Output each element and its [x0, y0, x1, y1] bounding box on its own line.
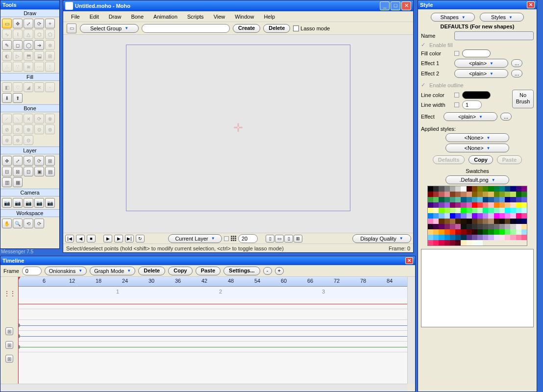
tool-d9[interactable]: ⬒ — [24, 51, 33, 61]
swatch-color[interactable] — [488, 208, 494, 213]
swatch-color[interactable] — [494, 186, 499, 192]
layer-t10[interactable]: ▤ — [45, 167, 55, 176]
swatch-color[interactable] — [521, 224, 527, 229]
menu-file[interactable]: File — [66, 13, 85, 21]
swatch-color[interactable] — [428, 235, 433, 240]
paste-style-button[interactable]: Paste — [497, 155, 522, 164]
fill-t1[interactable]: ◧ — [2, 82, 12, 92]
swatch-color[interactable] — [516, 192, 521, 197]
lasso-mode-label[interactable]: Lasso mode — [293, 25, 330, 31]
swatch-color[interactable] — [505, 202, 510, 208]
layer-t3[interactable]: ⟲ — [24, 156, 33, 166]
fill-t2[interactable]: ♡ — [13, 82, 23, 92]
swatch-color[interactable] — [472, 224, 477, 229]
swatch-color[interactable] — [444, 192, 450, 197]
loop-button[interactable]: ↻ — [136, 235, 145, 243]
swatch-color[interactable] — [488, 219, 494, 224]
onionskins-dropdown[interactable]: Onionskins — [45, 267, 87, 275]
enable-outline-row[interactable]: ✓Enable outline — [421, 82, 534, 88]
swatch-color[interactable] — [494, 208, 499, 213]
swatch-color[interactable] — [472, 186, 477, 192]
timeline-hscroll[interactable] — [0, 384, 407, 392]
tool-d4[interactable]: ⬡ — [34, 29, 44, 39]
bone-t13[interactable]: ⊝ — [24, 135, 33, 145]
swatch-color[interactable] — [450, 219, 455, 224]
defaults-button[interactable]: Defaults — [433, 155, 465, 164]
swatch-color[interactable] — [477, 219, 483, 224]
bone-t11[interactable]: ⊛ — [2, 135, 12, 145]
swatch-color[interactable] — [521, 192, 527, 197]
bone-t3[interactable]: ⤨ — [24, 114, 33, 123]
channel-2-icon[interactable]: ⊞ — [5, 341, 13, 349]
no-brush-button[interactable]: No Brush — [512, 90, 534, 108]
channel-3-icon[interactable]: ⊞ — [5, 355, 13, 363]
swatch-color[interactable] — [483, 219, 488, 224]
swatch-color[interactable] — [494, 229, 499, 235]
zoom-tool[interactable]: 🔍 — [13, 219, 23, 228]
playhead[interactable] — [18, 277, 19, 384]
swatch-color[interactable] — [505, 186, 510, 192]
swatch-color[interactable] — [439, 235, 444, 240]
swatch-color[interactable] — [433, 224, 439, 229]
freehand-tool[interactable]: ✎ — [2, 40, 12, 50]
close-button[interactable]: ✕ — [401, 1, 411, 10]
canvas-area[interactable]: ✛ — [63, 35, 413, 235]
swatch-color[interactable] — [444, 202, 450, 208]
swatch-color[interactable] — [516, 186, 521, 192]
swatch-color[interactable] — [499, 186, 505, 192]
swatch-color[interactable] — [455, 192, 461, 197]
swatch-color[interactable] — [472, 229, 477, 235]
swatch-color[interactable] — [483, 208, 488, 213]
swatch-color[interactable] — [455, 219, 461, 224]
swatch-color[interactable] — [461, 197, 466, 202]
swatch-color[interactable] — [477, 197, 483, 202]
reset-view-tool[interactable]: ⟳ — [34, 219, 44, 228]
swatch-color[interactable] — [467, 235, 472, 240]
swatch-color[interactable] — [439, 202, 444, 208]
swatch-color[interactable] — [455, 229, 461, 235]
swatch-color[interactable] — [467, 192, 472, 197]
effect2-dropdown[interactable]: <plain> — [454, 69, 508, 78]
line-width-chk[interactable] — [454, 102, 459, 107]
layer-t5[interactable]: ⊞ — [45, 156, 55, 166]
select-tool[interactable]: ▭ — [2, 19, 12, 28]
swatch-color[interactable] — [488, 197, 494, 202]
swatch-color[interactable] — [472, 208, 477, 213]
line-effect-more-button[interactable]: ... — [500, 113, 512, 121]
swatch-color[interactable] — [505, 192, 510, 197]
swatch-color[interactable] — [521, 213, 527, 219]
swatch-color[interactable] — [483, 202, 488, 208]
timeline-close-button[interactable]: ✕ — [405, 257, 413, 264]
swatch-color[interactable] — [439, 240, 444, 245]
fill-t6[interactable]: ⬇ — [2, 93, 12, 103]
view-4[interactable]: ⊞ — [294, 235, 302, 243]
applied-style-1[interactable]: <None> — [445, 133, 509, 142]
layer-t2[interactable]: ⤢ — [13, 156, 23, 166]
swatch-color[interactable] — [499, 213, 505, 219]
swatch-color[interactable] — [461, 235, 466, 240]
swatch-color[interactable] — [516, 208, 521, 213]
swatch-color[interactable] — [428, 219, 433, 224]
bone-t8[interactable]: ⊕ — [24, 124, 33, 134]
bone-t1[interactable]: ⟋ — [2, 114, 12, 123]
swatch-color[interactable] — [483, 186, 488, 192]
tool-d2[interactable]: ⌇ — [13, 29, 23, 39]
swatch-color[interactable] — [450, 197, 455, 202]
swatch-color[interactable] — [467, 240, 472, 245]
track-1[interactable] — [18, 298, 415, 309]
swatch-color[interactable] — [510, 186, 516, 192]
menu-view[interactable]: View — [209, 13, 230, 21]
swatch-color[interactable] — [521, 229, 527, 235]
swatch-color[interactable] — [455, 235, 461, 240]
swatch-color[interactable] — [477, 208, 483, 213]
swatch-color[interactable] — [467, 202, 472, 208]
grid-size-input[interactable] — [238, 234, 258, 243]
swatch-color[interactable] — [428, 186, 433, 192]
swatch-color[interactable] — [455, 197, 461, 202]
swatch-color[interactable] — [516, 197, 521, 202]
scale-tool[interactable]: ⤢ — [24, 19, 33, 28]
line-width-input[interactable] — [462, 100, 482, 109]
rotate-tool[interactable]: ⟳ — [34, 19, 44, 28]
swatch-color[interactable] — [483, 235, 488, 240]
menu-scripts[interactable]: Scripts — [182, 13, 209, 21]
